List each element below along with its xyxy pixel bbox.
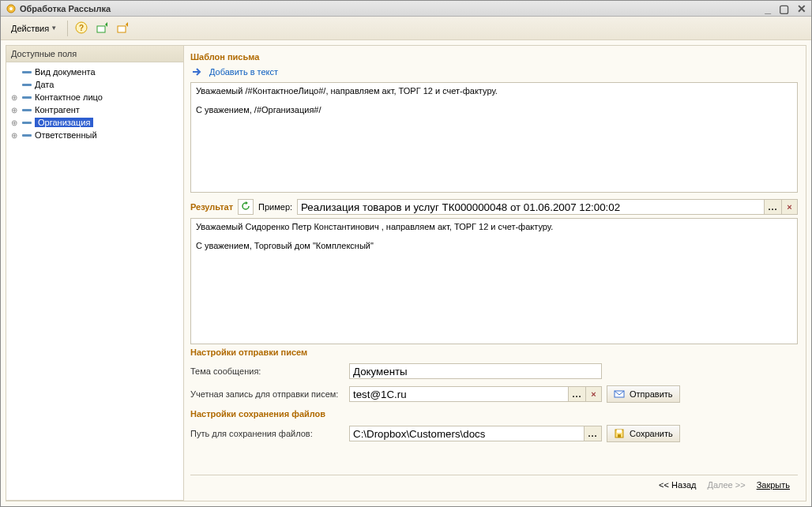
help-icon: ? [75,21,88,36]
svg-rect-9 [618,434,621,438]
svg-text:?: ? [79,24,84,32]
save-settings-title: Настройки сохранения файлов [190,409,798,419]
path-field: ... [349,426,602,441]
example-label: Пример: [258,202,292,212]
path-input[interactable] [349,426,585,441]
tree-item-counterparty[interactable]: ⊕ Контрагент [6,103,183,116]
floppy-save-icon [614,428,625,439]
tree-expander[interactable]: ⊕ [9,93,19,102]
account-input[interactable] [349,386,569,402]
clear-icon: × [591,389,596,399]
maximize-button[interactable]: ▢ [779,3,789,14]
tree-item-label: Вид документа [35,67,96,77]
bottom-bar: << Назад Далее >> Закрыть [190,475,798,494]
svg-rect-5 [118,26,126,32]
actions-dropdown-label: Действия [11,24,49,33]
available-fields-header: Доступные поля [6,46,184,62]
add-to-text-link[interactable]: Добавить в текст [209,67,278,77]
example-pick-button[interactable]: ... [765,199,782,215]
mail-send-icon [614,389,625,400]
account-clear-button[interactable]: × [586,386,602,402]
window: Обработка Рассылка _ ▢ ✕ Действия ▼ ? [0,0,812,507]
arrow-right-icon [190,65,205,79]
export-icon [116,21,129,36]
content: Доступные поля Вид документа Дата ⊕ [6,45,806,501]
field-icon [22,109,32,111]
example-input[interactable] [297,199,765,215]
tree-item-document-type[interactable]: Вид документа [6,66,183,78]
tree-item-organization[interactable]: ⊕ Организация [6,116,183,129]
next-button: Далее >> [708,480,746,490]
tree-item-label: Контактное лицо [35,92,103,102]
left-panel: Доступные поля Вид документа Дата ⊕ [6,46,184,501]
field-icon [22,134,32,137]
back-button[interactable]: << Назад [659,480,696,490]
tree-item-date[interactable]: Дата [6,78,183,91]
tree-item-label: Контрагент [35,105,80,115]
path-pick-button[interactable]: ... [585,426,602,441]
result-section-title: Результат [190,202,233,212]
account-label: Учетная запись для отправки писем: [190,389,344,399]
send-button[interactable]: Отправить [607,385,680,403]
toolbar-separator [67,21,68,36]
app-icon [6,3,17,14]
template-textarea[interactable] [190,82,798,193]
tree-expander[interactable]: ⊕ [9,118,19,127]
save-button-label: Сохранить [630,429,673,438]
account-row: Учетная запись для отправки писем: ... ×… [190,385,798,403]
tree-expander[interactable]: ⊕ [9,106,19,115]
tree-item-label: Дата [35,80,54,89]
svg-point-1 [9,7,13,10]
help-button[interactable]: ? [73,20,90,37]
save-button[interactable]: Сохранить [607,425,680,442]
send-button-label: Отправить [630,389,673,399]
tree-item-responsible[interactable]: ⊕ Ответственный [6,129,183,141]
example-field: ... × [297,199,798,215]
result-header-row: Результат Пример: ... × [190,199,798,215]
tree-item-label: Организация [35,118,93,127]
subject-label: Тема сообщения: [190,366,344,376]
actions-dropdown[interactable]: Действия ▼ [6,21,62,36]
chevron-down-icon: ▼ [51,24,57,32]
svg-rect-8 [617,430,622,433]
toolbar: Действия ▼ ? [1,17,811,40]
account-pick-button[interactable]: ... [569,386,586,402]
send-settings-title: Настройки отправки писем [190,347,798,357]
tree-item-label: Ответственный [35,130,97,140]
add-to-text-row: Добавить в текст [190,65,798,79]
import-button[interactable] [93,20,111,37]
right-panel: Шаблон письма Добавить в текст Результат [184,46,806,501]
field-icon [22,96,32,99]
refresh-button[interactable] [238,199,254,215]
tree-item-contact[interactable]: ⊕ Контактное лицо [6,91,183,103]
clear-icon: × [787,202,791,212]
export-button[interactable] [114,20,131,37]
svg-rect-4 [97,26,105,32]
close-window-button[interactable]: ✕ [797,3,806,14]
close-button[interactable]: Закрыть [757,480,790,490]
field-icon [22,122,32,124]
result-textarea[interactable] [190,218,798,344]
subject-input[interactable] [349,363,602,379]
account-field: ... × [349,386,602,402]
fields-tree: Вид документа Дата ⊕ Контактное лицо ⊕ [6,62,184,501]
subject-row: Тема сообщения: [190,363,798,379]
path-label: Путь для сохранения файлов: [190,429,344,438]
path-row: Путь для сохранения файлов: ... Сохранит… [190,425,798,442]
content-wrapper: Доступные поля Вид документа Дата ⊕ [1,40,811,506]
tree-expander[interactable]: ⊕ [9,131,19,140]
minimize-button[interactable]: _ [765,3,771,14]
window-title: Обработка Рассылка [20,4,765,13]
template-section-title: Шаблон письма [190,52,798,62]
field-icon [22,84,32,86]
refresh-icon [240,201,251,213]
example-clear-button[interactable]: × [782,199,798,215]
titlebar: Обработка Рассылка _ ▢ ✕ [1,1,811,17]
field-icon [22,71,32,73]
import-icon [96,21,108,36]
